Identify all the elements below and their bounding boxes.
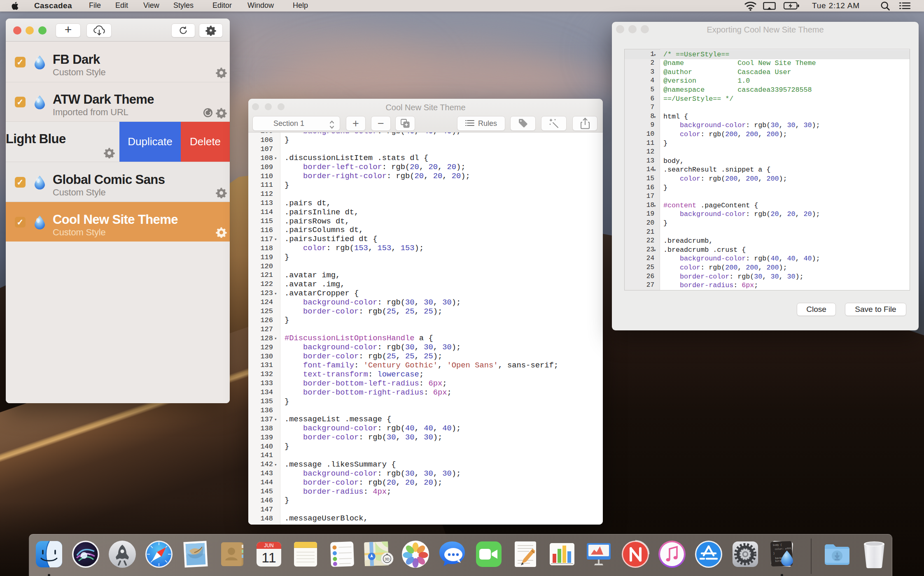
svg-text:body {: body { [773, 543, 782, 547]
svg-text:3D: 3D [385, 557, 390, 561]
svg-text:JUN: JUN [264, 543, 273, 548]
svg-text:11: 11 [261, 550, 276, 565]
svg-text:}: } [773, 552, 775, 555]
